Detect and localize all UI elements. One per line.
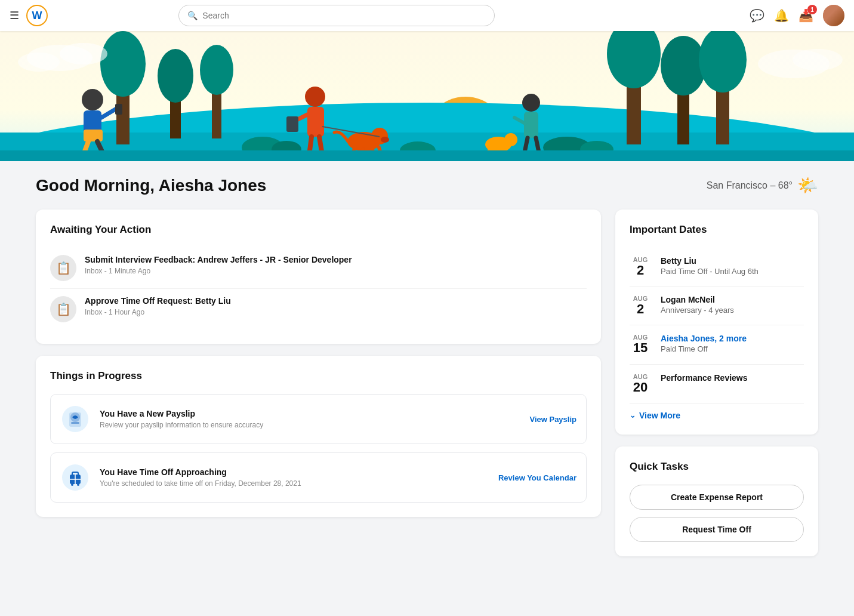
svg-point-34 <box>522 94 540 112</box>
date-badge-3: AUG 20 <box>630 373 651 395</box>
top-navigation: ☰ W 🔍 💬 🔔 📥 1 <box>0 0 854 31</box>
action-item-2[interactable]: 📋 Approve Time Off Request: Betty Liu In… <box>50 289 587 329</box>
progress-item-timeoff[interactable]: You Have Time Off Approaching You're sch… <box>50 452 587 503</box>
action-icon-wrap-2: 📋 <box>50 296 76 322</box>
progress-item-payslip[interactable]: You Have a New Payslip Review your paysl… <box>50 394 587 444</box>
left-column: Awaiting Your Action 📋 Submit Interview … <box>36 210 601 556</box>
workday-logo[interactable]: W <box>26 5 48 26</box>
progress-payslip-sub: Review your payslip information to ensur… <box>100 421 520 429</box>
quick-tasks-title: Quick Tasks <box>630 461 804 473</box>
action-text-2: Approve Time Off Request: Betty Liu Inbo… <box>85 296 231 316</box>
avatar[interactable] <box>823 5 844 26</box>
action-sub-2: Inbox - 1 Hour Ago <box>85 308 231 316</box>
create-expense-report-button[interactable]: Create Expense Report <box>630 485 804 510</box>
svg-point-71 <box>77 483 79 486</box>
svg-rect-13 <box>84 130 103 141</box>
main-content: Good Morning, Aiesha Jones San Francisco… <box>0 161 854 580</box>
date-desc-1: Anniversary - 4 years <box>661 306 804 315</box>
svg-rect-21 <box>307 107 324 137</box>
hero-illustration <box>0 31 854 161</box>
important-dates-card: Important Dates AUG 2 Betty Liu Paid Tim… <box>615 210 818 435</box>
awaiting-action-card: Awaiting Your Action 📋 Submit Interview … <box>36 210 601 344</box>
svg-point-60 <box>793 49 843 70</box>
svg-point-28 <box>381 137 389 143</box>
view-more-row[interactable]: ⌄ View More <box>630 404 804 420</box>
svg-point-58 <box>18 53 60 72</box>
date-badge-2: AUG 15 <box>630 334 651 355</box>
date-desc-2: Paid Time Off <box>661 344 804 353</box>
avatar-image <box>823 5 844 26</box>
svg-point-47 <box>661 36 706 96</box>
svg-point-20 <box>305 87 325 107</box>
progress-text-timeoff: You Have Time Off Approaching You're sch… <box>100 467 489 488</box>
notifications-icon[interactable]: 🔔 <box>774 8 789 23</box>
inbox-action-icon-1: 📋 <box>56 261 71 275</box>
weather-location: San Francisco – 68° <box>707 180 793 191</box>
date-info-3: Performance Reviews <box>661 373 804 384</box>
svg-rect-19 <box>115 104 122 115</box>
date-person-3: Performance Reviews <box>661 373 804 383</box>
svg-rect-55 <box>0 150 854 161</box>
date-person-0: Betty Liu <box>661 256 804 266</box>
date-num-0: 2 <box>630 263 651 278</box>
nav-right: 💬 🔔 📥 1 <box>750 5 844 26</box>
date-row-1: AUG 2 Logan McNeil Anniversary - 4 years <box>630 287 804 325</box>
hero-banner <box>0 31 854 161</box>
svg-point-57 <box>60 43 107 64</box>
view-payslip-link[interactable]: View Payslip <box>529 415 576 424</box>
inbox-action-icon-2: 📋 <box>56 302 71 316</box>
action-title-1: Submit Interview Feedback: Andrew Jeffer… <box>85 255 352 264</box>
action-title-2: Approve Time Off Request: Betty Liu <box>85 296 231 306</box>
quick-tasks-card: Quick Tasks Create Expense Report Reques… <box>615 446 818 556</box>
progress-payslip-title: You Have a New Payslip <box>100 409 520 418</box>
date-num-3: 20 <box>630 380 651 395</box>
messages-icon[interactable]: 💬 <box>750 8 764 23</box>
date-row-0: AUG 2 Betty Liu Paid Time Off - Until Au… <box>630 248 804 287</box>
payslip-icon <box>60 404 90 434</box>
action-icon-wrap-1: 📋 <box>50 255 76 281</box>
search-bar[interactable]: 🔍 <box>178 5 495 26</box>
progress-text-payslip: You Have a New Payslip Review your paysl… <box>100 409 520 429</box>
search-input[interactable] <box>202 11 486 20</box>
review-calendar-link[interactable]: Review You Calendar <box>498 473 576 482</box>
svg-rect-64 <box>71 422 79 424</box>
hamburger-menu-icon[interactable]: ☰ <box>10 9 19 22</box>
svg-point-10 <box>200 45 233 95</box>
action-sub-1: Inbox - 1 Minute Ago <box>85 267 352 275</box>
nav-left: ☰ W <box>10 5 48 26</box>
request-time-off-button[interactable]: Request Time Off <box>630 517 804 542</box>
date-badge-0: AUG 2 <box>630 256 651 278</box>
inbox-badge: 1 <box>807 5 817 14</box>
things-in-progress-title: Things in Progress <box>50 370 587 382</box>
search-icon: 🔍 <box>187 11 198 20</box>
awaiting-action-title: Awaiting Your Action <box>50 224 587 236</box>
important-dates-title: Important Dates <box>630 224 804 236</box>
timeoff-icon <box>60 463 90 492</box>
chevron-down-icon: ⌄ <box>630 411 636 420</box>
date-badge-1: AUG 2 <box>630 295 651 316</box>
greeting-row: Good Morning, Aiesha Jones San Francisco… <box>36 175 818 195</box>
svg-point-6 <box>100 31 146 97</box>
two-column-layout: Awaiting Your Action 📋 Submit Interview … <box>36 210 818 556</box>
svg-point-70 <box>71 483 73 486</box>
date-row-2: AUG 15 Aiesha Jones, 2 more Paid Time Of… <box>630 325 804 364</box>
inbox-icon[interactable]: 📥 1 <box>798 8 813 23</box>
svg-point-11 <box>82 89 103 110</box>
weather-sun-icon: 🌤️ <box>797 175 818 195</box>
svg-point-40 <box>504 133 517 146</box>
progress-timeoff-title: You Have Time Off Approaching <box>100 467 489 477</box>
date-info-1: Logan McNeil Anniversary - 4 years <box>661 295 804 315</box>
view-more-label: View More <box>639 411 680 420</box>
svg-point-8 <box>158 49 193 103</box>
action-item-1[interactable]: 📋 Submit Interview Feedback: Andrew Jeff… <box>50 248 587 289</box>
greeting-text: Good Morning, Aiesha Jones <box>36 176 266 195</box>
progress-timeoff-sub: You're scheduled to take time off on Fri… <box>100 479 489 488</box>
date-month-3: AUG <box>630 373 651 380</box>
weather-widget: San Francisco – 68° 🌤️ <box>707 175 818 195</box>
date-desc-0: Paid Time Off - Until Aug 6th <box>661 267 804 276</box>
things-in-progress-card: Things in Progress You Have a New Paysli… <box>36 356 601 517</box>
svg-rect-23 <box>286 116 298 132</box>
date-person-link-2[interactable]: Aiesha Jones, 2 more <box>661 334 804 343</box>
date-info-2: Aiesha Jones, 2 more Paid Time Off <box>661 334 804 353</box>
date-person-1: Logan McNeil <box>661 295 804 304</box>
